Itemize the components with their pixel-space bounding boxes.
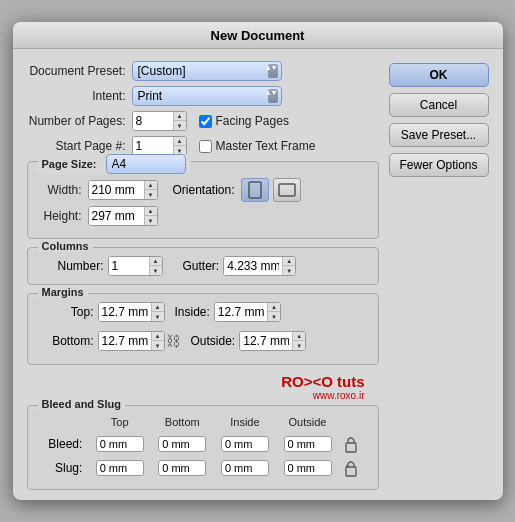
start-page-stepper[interactable]: ▲ ▼ (132, 136, 187, 156)
col-outside-header: Outside (277, 416, 338, 431)
columns-section: Columns Number: ▲ ▼ Gutter: ▲ (27, 247, 379, 285)
margins-top-input[interactable] (99, 303, 151, 321)
columns-number-input[interactable] (109, 257, 149, 275)
document-preset-label: Document Preset: (27, 64, 132, 78)
bleed-slug-section-label: Bleed and Slug (38, 398, 125, 410)
svg-rect-1 (279, 184, 295, 196)
margins-inside-input[interactable] (215, 303, 267, 321)
margins-bottom-input[interactable] (99, 332, 151, 350)
height-input[interactable] (89, 207, 144, 225)
height-row: Height: ▲ ▼ (38, 206, 368, 226)
gutter-down-arrow[interactable]: ▼ (283, 266, 295, 276)
new-document-dialog: New Document Document Preset: [Custom] I… (13, 22, 503, 500)
margins-outside-stepper[interactable]: ▲ ▼ (239, 331, 306, 351)
margins-bottom-up[interactable]: ▲ (152, 331, 164, 341)
master-text-frame-checkbox[interactable] (199, 140, 212, 153)
bleed-bottom-input[interactable] (158, 436, 206, 452)
num-pages-down-arrow[interactable]: ▼ (174, 121, 186, 131)
bleed-lock-icon[interactable] (342, 435, 360, 453)
master-text-frame-label: Master Text Frame (216, 139, 316, 153)
document-preset-select[interactable]: [Custom] (132, 61, 282, 81)
document-preset-row: Document Preset: [Custom] (27, 61, 379, 81)
margins-top-down[interactable]: ▼ (152, 312, 164, 322)
num-pages-stepper[interactable]: ▲ ▼ (132, 111, 187, 131)
orientation-label: Orientation: (173, 183, 235, 197)
width-up-arrow[interactable]: ▲ (145, 180, 157, 190)
fewer-options-button[interactable]: Fewer Options (389, 153, 489, 177)
bleed-slug-section: Bleed and Slug Top Bottom Inside Outside (27, 405, 379, 490)
margins-section: Margins Top: ▲ ▼ Inside: (27, 293, 379, 365)
start-page-input[interactable] (133, 137, 173, 155)
margins-bottom-stepper[interactable]: ▲ ▼ (98, 331, 165, 351)
width-label: Width: (38, 183, 88, 197)
start-page-up-arrow[interactable]: ▲ (174, 136, 186, 146)
margins-bottom-down[interactable]: ▼ (152, 341, 164, 351)
slug-inside-input[interactable] (221, 460, 269, 476)
num-pages-input[interactable] (133, 112, 173, 130)
slug-outside-input[interactable] (284, 460, 332, 476)
height-label: Height: (38, 209, 88, 223)
width-input[interactable] (89, 181, 144, 199)
width-stepper[interactable]: ▲ ▼ (88, 180, 158, 200)
portrait-button[interactable] (241, 178, 269, 202)
margins-top-label: Top: (38, 305, 98, 319)
width-down-arrow[interactable]: ▼ (145, 190, 157, 200)
margins-link-icon[interactable]: ⛓ (165, 326, 181, 356)
columns-number-arrows: ▲ ▼ (149, 256, 162, 276)
margins-outside-input[interactable] (240, 332, 292, 350)
col-top-header: Top (89, 416, 150, 431)
landscape-button[interactable] (273, 178, 301, 202)
facing-pages-checkbox[interactable] (199, 115, 212, 128)
facing-pages-label: Facing Pages (216, 114, 289, 128)
start-page-arrows: ▲ ▼ (173, 136, 186, 156)
page-size-select[interactable]: A4 (106, 154, 186, 174)
col-bottom-header: Bottom (152, 416, 213, 431)
pages-row: Number of Pages: ▲ ▼ Facing Pages (27, 111, 379, 131)
document-preset-select-container: [Custom] (132, 61, 282, 81)
margins-inside-up[interactable]: ▲ (268, 302, 280, 312)
start-page-label: Start Page #: (27, 139, 132, 153)
columns-row: Number: ▲ ▼ Gutter: ▲ ▼ (38, 256, 368, 276)
margins-grid: Top: ▲ ▼ Inside: ▲ (38, 302, 368, 356)
margins-outside-up[interactable]: ▲ (293, 331, 305, 341)
margins-top-up[interactable]: ▲ (152, 302, 164, 312)
orientation-group (241, 178, 301, 202)
watermark-brand: RO><O tuts (27, 373, 365, 390)
intent-select[interactable]: Print (132, 86, 282, 106)
margins-outside-down[interactable]: ▼ (293, 341, 305, 351)
num-pages-up-arrow[interactable]: ▲ (174, 111, 186, 121)
width-row: Width: ▲ ▼ Orientation: (38, 178, 368, 202)
gutter-input[interactable] (224, 257, 282, 275)
margins-top-stepper[interactable]: ▲ ▼ (98, 302, 165, 322)
gutter-stepper[interactable]: ▲ ▼ (223, 256, 296, 276)
page-size-select-inline: A4 (106, 158, 186, 170)
margins-section-label: Margins (38, 286, 88, 298)
margins-inside-stepper[interactable]: ▲ ▼ (214, 302, 281, 322)
height-down-arrow[interactable]: ▼ (145, 216, 157, 226)
page-size-section-label: Page Size: A4 (38, 154, 190, 174)
slug-row-label: Slug: (40, 457, 88, 479)
gutter-label: Gutter: (183, 259, 220, 273)
height-up-arrow[interactable]: ▲ (145, 206, 157, 216)
bleed-top-input[interactable] (96, 436, 144, 452)
ok-button[interactable]: OK (389, 63, 489, 87)
bleed-outside-input[interactable] (284, 436, 332, 452)
cancel-button[interactable]: Cancel (389, 93, 489, 117)
num-pages-label: Number of Pages: (27, 114, 132, 128)
margins-bottom-row: Bottom: ▲ ▼ ⛓ Outside: (38, 326, 368, 356)
columns-number-label: Number: (38, 259, 108, 273)
columns-up-arrow[interactable]: ▲ (150, 256, 162, 266)
margins-inside-down[interactable]: ▼ (268, 312, 280, 322)
bleed-inside-input[interactable] (221, 436, 269, 452)
slug-bottom-input[interactable] (158, 460, 206, 476)
gutter-arrows: ▲ ▼ (282, 256, 295, 276)
columns-down-arrow[interactable]: ▼ (150, 266, 162, 276)
num-pages-arrows: ▲ ▼ (173, 111, 186, 131)
columns-number-stepper[interactable]: ▲ ▼ (108, 256, 163, 276)
gutter-up-arrow[interactable]: ▲ (283, 256, 295, 266)
outside-label: Outside: (191, 334, 236, 348)
save-preset-button[interactable]: Save Preset... (389, 123, 489, 147)
slug-top-input[interactable] (96, 460, 144, 476)
slug-lock-icon[interactable] (342, 459, 360, 477)
height-stepper[interactable]: ▲ ▼ (88, 206, 158, 226)
